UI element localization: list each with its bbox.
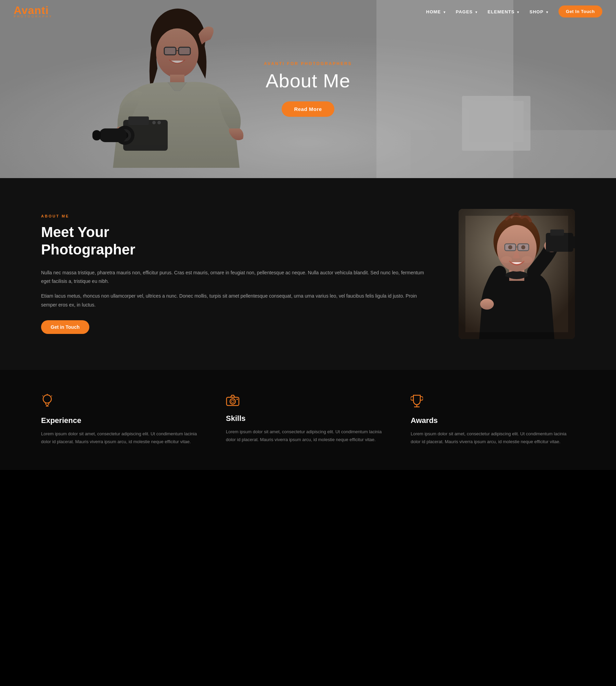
about-paragraph-1: Nulla nec massa tristique, pharetra maur… bbox=[41, 269, 431, 286]
about-left-content: ABOUT ME Meet Your Photographer Nulla ne… bbox=[41, 214, 431, 334]
svg-rect-41 bbox=[550, 229, 564, 236]
chevron-down-icon: ▾ bbox=[517, 10, 519, 14]
feature-title-skills: Skills bbox=[226, 414, 390, 423]
read-more-button[interactable]: Read More bbox=[282, 101, 334, 117]
features-section: Experience Lorem ipsum dolor sit amet, c… bbox=[0, 370, 616, 470]
svg-point-56 bbox=[236, 399, 238, 400]
nav-menu: HOME ▾ PAGES ▾ ELEMENTS ▾ SHOP ▾ Get In … bbox=[426, 5, 602, 17]
chevron-down-icon: ▾ bbox=[444, 10, 446, 14]
svg-point-46 bbox=[480, 299, 494, 310]
feature-text-experience: Lorem ipsum dolor sit amet, consectetur … bbox=[41, 430, 205, 446]
hero-content: AVANTI FOR PHOTOGRAPHERS About Me Read M… bbox=[264, 61, 352, 117]
navbar: Avanti PHOTOGRAPHY HOME ▾ PAGES ▾ ELEMEN… bbox=[0, 0, 616, 23]
hero-tag: AVANTI FOR PHOTOGRAPHERS bbox=[264, 61, 352, 66]
about-paragraph-2: Etiam lacus metus, rhoncus non ullamcorp… bbox=[41, 292, 431, 309]
logo-sub: PHOTOGRAPHY bbox=[14, 15, 53, 18]
photographer-photo bbox=[459, 209, 575, 339]
chevron-down-icon: ▾ bbox=[475, 10, 477, 14]
feature-text-skills: Lorem ipsum dolor sit amet, consectetur … bbox=[226, 428, 390, 444]
svg-point-48 bbox=[43, 395, 51, 403]
feature-awards: Awards Lorem ipsum dolor sit amet, conse… bbox=[411, 394, 575, 446]
nav-link-pages[interactable]: PAGES ▾ bbox=[456, 9, 477, 14]
svg-point-55 bbox=[231, 400, 234, 403]
feature-skills: Skills Lorem ipsum dolor sit amet, conse… bbox=[226, 394, 390, 446]
about-title: Meet Your Photographer bbox=[41, 224, 431, 258]
about-get-in-touch-button[interactable]: Get in Touch bbox=[41, 320, 89, 334]
nav-link-elements[interactable]: ELEMENTS ▾ bbox=[488, 9, 519, 14]
svg-point-35 bbox=[508, 245, 512, 249]
feature-text-awards: Lorem ipsum dolor sit amet, consectetur … bbox=[411, 430, 575, 446]
svg-point-38 bbox=[522, 256, 532, 263]
skills-icon bbox=[226, 394, 390, 409]
camera-icon bbox=[226, 394, 240, 406]
lightbulb-icon bbox=[41, 394, 53, 408]
portrait-svg bbox=[459, 209, 575, 339]
feature-title-experience: Experience bbox=[41, 416, 205, 425]
get-in-touch-button[interactable]: Get In Touch bbox=[559, 5, 602, 17]
trophy-icon bbox=[411, 394, 423, 408]
feature-title-awards: Awards bbox=[411, 416, 575, 425]
svg-line-52 bbox=[42, 396, 43, 396]
chevron-down-icon: ▾ bbox=[546, 10, 548, 14]
awards-icon bbox=[411, 394, 575, 411]
nav-link-home[interactable]: HOME ▾ bbox=[426, 9, 446, 14]
experience-icon bbox=[41, 394, 205, 411]
nav-cta[interactable]: Get In Touch bbox=[559, 5, 602, 17]
nav-item-elements[interactable]: ELEMENTS ▾ bbox=[488, 9, 519, 15]
hero-section: AVANTI FOR PHOTOGRAPHERS About Me Read M… bbox=[0, 0, 616, 178]
nav-item-shop[interactable]: SHOP ▾ bbox=[529, 9, 548, 15]
feature-experience: Experience Lorem ipsum dolor sit amet, c… bbox=[41, 394, 205, 446]
about-right-photo bbox=[459, 209, 575, 339]
nav-link-shop[interactable]: SHOP ▾ bbox=[529, 9, 548, 14]
hero-title: About Me bbox=[264, 70, 352, 92]
nav-item-pages[interactable]: PAGES ▾ bbox=[456, 9, 477, 15]
logo-name: Avanti bbox=[14, 5, 53, 16]
svg-point-37 bbox=[501, 256, 512, 263]
svg-point-36 bbox=[521, 245, 525, 249]
about-tag: ABOUT ME bbox=[41, 214, 431, 218]
svg-point-54 bbox=[230, 399, 235, 404]
about-section: ABOUT ME Meet Your Photographer Nulla ne… bbox=[0, 178, 616, 370]
svg-line-51 bbox=[51, 396, 52, 396]
nav-item-home[interactable]: HOME ▾ bbox=[426, 9, 446, 15]
logo[interactable]: Avanti PHOTOGRAPHY bbox=[14, 5, 53, 18]
